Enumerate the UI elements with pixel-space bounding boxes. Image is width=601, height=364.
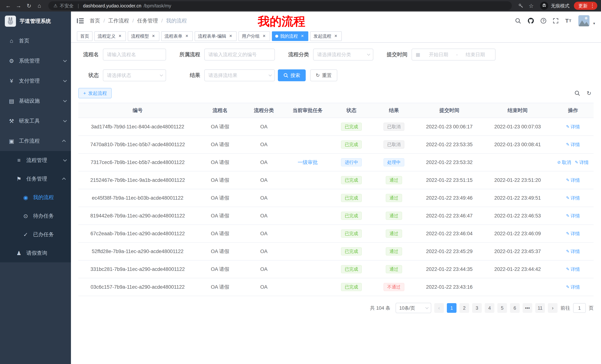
tab-process-form-edit[interactable]: 流程表单-编辑× (195, 31, 237, 41)
category-select[interactable]: 请选择流程分类 (313, 49, 373, 60)
tab-start-process[interactable]: 发起流程× (310, 31, 342, 41)
sidebar-item-payment[interactable]: ¥支付管理 (0, 71, 71, 91)
sidebar-item-workflow[interactable]: ▣工作流程 (0, 131, 71, 151)
status-badge: 已完成 (341, 230, 362, 238)
kebab-menu-icon[interactable]: ⋮ (590, 3, 595, 8)
help-icon[interactable]: ? (541, 18, 546, 24)
process-def-input[interactable] (204, 49, 275, 60)
result-select[interactable]: 请选择流结果 (204, 69, 275, 81)
result-badge: 通过 (386, 230, 402, 238)
page-button-4[interactable]: 4 (485, 303, 494, 313)
browser-home-icon[interactable]: ⌂ (35, 1, 44, 10)
tab-home[interactable]: 首页 (77, 31, 92, 41)
github-icon[interactable] (528, 18, 534, 24)
sidebar-item-my-process[interactable]: ◉我的流程 (0, 188, 71, 207)
submit-time-range-picker[interactable]: ▦ 开始日期 - 结束日期 (411, 49, 496, 60)
address-bar[interactable]: ⚠ 不安全 | dashboard.yudao.iocoder.cn/bpm/t… (48, 1, 512, 10)
tab-process-definition[interactable]: 流程定义× (94, 31, 126, 41)
detail-link[interactable]: ✎详情 (566, 266, 580, 272)
status-select[interactable]: 请选择状态 (103, 69, 166, 81)
cell-process-name: OA 请假 (197, 278, 243, 296)
detail-link[interactable]: ✎详情 (566, 284, 580, 290)
detail-link[interactable]: ✎详情 (566, 195, 580, 201)
detail-link[interactable]: ✎详情 (566, 231, 580, 237)
sidebar-item-infrastructure[interactable]: ▤基础设施 (0, 91, 71, 111)
key-icon[interactable] (516, 1, 525, 10)
sidebar-item-leave-query[interactable]: ♟请假查询 (0, 244, 71, 262)
column-header: 编号 (78, 103, 197, 118)
cell-end-time (483, 153, 552, 171)
prev-page-button[interactable]: ‹ (434, 303, 444, 313)
tab-close-icon[interactable]: × (184, 34, 190, 39)
avatar-caret-icon[interactable]: ▾ (593, 21, 595, 26)
cell-result: 已取消 (372, 136, 416, 153)
goto-page-input[interactable] (573, 303, 586, 313)
breadcrumb-item[interactable]: 首页 (90, 17, 100, 24)
font-size-icon[interactable]: TT (565, 18, 572, 24)
tab-close-icon[interactable]: × (117, 34, 123, 39)
process-name-input[interactable] (103, 49, 166, 60)
edit-icon: ✎ (566, 196, 570, 200)
sidebar-item-system[interactable]: ⚙系统管理 (0, 51, 71, 71)
tab-close-icon[interactable]: × (261, 34, 267, 39)
update-button[interactable]: 更新 ⋮ (574, 2, 597, 10)
breadcrumb-item[interactable]: 工作流程 (108, 17, 129, 24)
breadcrumb-item[interactable]: 任务管理 (137, 17, 158, 24)
cell-result: 通过 (372, 225, 416, 242)
column-header: 结果 (372, 103, 416, 118)
status-badge: 已完成 (341, 283, 362, 291)
avatar[interactable] (578, 15, 590, 26)
sidebar-toggle-icon[interactable] (77, 18, 84, 23)
sidebar-item-label: 研发工具 (19, 117, 40, 125)
page-button-1[interactable]: 1 (447, 303, 457, 313)
sidebar-item-label: 我的流程 (33, 194, 54, 201)
gear-icon: ⚙ (8, 58, 15, 64)
detail-link[interactable]: ✎详情 (566, 213, 580, 219)
star-icon[interactable]: ☆ (527, 1, 536, 10)
search-icon[interactable] (515, 18, 521, 24)
sidebar-item-done-tasks[interactable]: ✓已办任务 (0, 225, 71, 244)
detail-link[interactable]: ✎详情 (566, 124, 580, 130)
detail-link[interactable]: ✎详情 (566, 142, 580, 148)
page-list: 123456•••11 (447, 303, 545, 313)
current-task-link[interactable]: 一级审批 (298, 160, 318, 165)
sidebar-item-home[interactable]: ⌂首页 (0, 31, 71, 51)
sidebar-item-process-mgmt[interactable]: ≡流程管理 (0, 151, 71, 170)
sidebar-item-todo-tasks[interactable]: ⊙待办任务 (0, 207, 71, 225)
table-search-icon[interactable] (574, 90, 580, 96)
page-button-6[interactable]: 6 (510, 303, 520, 313)
cancel-link[interactable]: ⊘取消 (557, 159, 571, 165)
sidebar-item-task-mgmt[interactable]: ⚑任务管理 (0, 170, 71, 188)
tab-user-group[interactable]: 用户分组× (239, 31, 270, 41)
tab-process-form[interactable]: 流程表单× (161, 31, 193, 41)
reset-button[interactable]: ↻ 重置 (310, 69, 337, 81)
tab-process-model[interactable]: 流程模型× (128, 31, 159, 41)
page-ellipsis[interactable]: ••• (523, 303, 532, 313)
sidebar-item-devtools[interactable]: ⚒研发工具 (0, 111, 71, 131)
page-button-11[interactable]: 11 (535, 303, 545, 313)
next-page-button[interactable]: › (548, 303, 558, 313)
page-button-2[interactable]: 2 (460, 303, 469, 313)
tab-close-icon[interactable]: × (333, 34, 338, 39)
app-logo-row[interactable]: 芋道管理系统 (0, 11, 71, 31)
search-button[interactable]: 搜索 (278, 69, 306, 81)
table-refresh-icon[interactable]: ↻ (587, 90, 591, 96)
back-icon[interactable]: ← (4, 1, 13, 10)
tab-close-icon[interactable]: × (228, 34, 233, 39)
detail-link[interactable]: ✎详情 (575, 159, 589, 165)
tab-my-process[interactable]: 我的流程× (272, 31, 308, 41)
reset-button-label: 重置 (322, 72, 332, 79)
page-button-3[interactable]: 3 (472, 303, 482, 313)
reload-icon[interactable]: ↻ (25, 1, 33, 10)
page-size-select[interactable]: 10条/页 (396, 303, 431, 313)
create-process-button[interactable]: + 发起流程 (78, 88, 112, 98)
tab-close-icon[interactable]: × (151, 34, 156, 39)
detail-link[interactable]: ✎详情 (566, 177, 580, 183)
page-button-5[interactable]: 5 (497, 303, 507, 313)
cell-id: ec45f38f-7b9a-11ec-b03b-acde48001122 (78, 189, 197, 207)
fullscreen-icon[interactable] (553, 18, 559, 24)
edit-icon: ✎ (566, 285, 570, 289)
forward-icon[interactable]: → (14, 1, 23, 10)
detail-link[interactable]: ✎详情 (566, 249, 580, 255)
tab-close-icon[interactable]: × (300, 34, 305, 39)
